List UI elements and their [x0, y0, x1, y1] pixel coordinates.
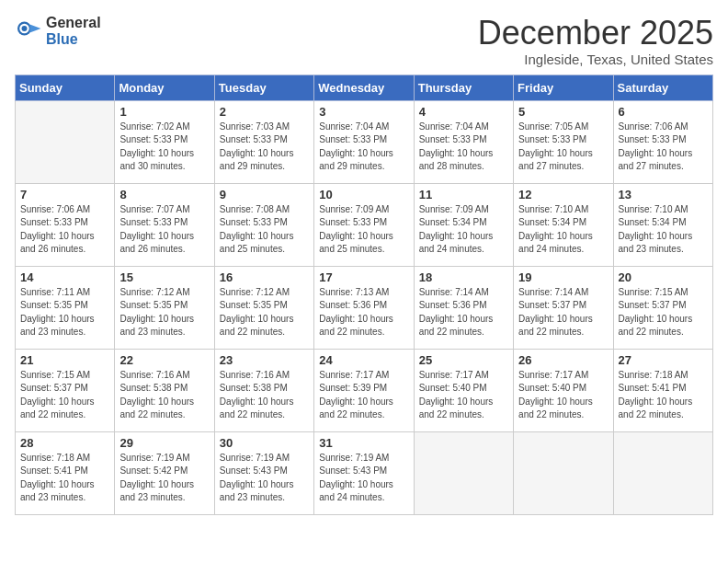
calendar-cell: 12Sunrise: 7:10 AM Sunset: 5:34 PM Dayli… — [514, 183, 613, 266]
calendar-cell: 30Sunrise: 7:19 AM Sunset: 5:43 PM Dayli… — [214, 431, 313, 514]
calendar-cell: 8Sunrise: 7:07 AM Sunset: 5:33 PM Daylig… — [115, 183, 214, 266]
title-block: December 2025 Ingleside, Texas, United S… — [478, 15, 713, 67]
day-info: Sunrise: 7:11 AM Sunset: 5:35 PM Dayligh… — [20, 286, 109, 339]
day-info: Sunrise: 7:18 AM Sunset: 5:41 PM Dayligh… — [20, 452, 109, 505]
calendar-cell: 28Sunrise: 7:18 AM Sunset: 5:41 PM Dayli… — [16, 431, 115, 514]
day-info: Sunrise: 7:04 AM Sunset: 5:33 PM Dayligh… — [319, 121, 408, 174]
logo-icon — [15, 17, 42, 45]
day-number: 11 — [419, 188, 508, 201]
logo-general: General — [46, 15, 101, 31]
calendar-cell: 22Sunrise: 7:16 AM Sunset: 5:38 PM Dayli… — [115, 349, 214, 431]
calendar-cell — [414, 431, 513, 514]
calendar-cell: 15Sunrise: 7:12 AM Sunset: 5:35 PM Dayli… — [115, 266, 214, 349]
day-info: Sunrise: 7:17 AM Sunset: 5:39 PM Dayligh… — [319, 369, 408, 422]
weekday-header: Friday — [514, 75, 613, 100]
day-info: Sunrise: 7:10 AM Sunset: 5:34 PM Dayligh… — [619, 203, 708, 257]
day-number: 27 — [619, 353, 708, 367]
day-info: Sunrise: 7:19 AM Sunset: 5:43 PM Dayligh… — [319, 452, 408, 505]
day-info: Sunrise: 7:16 AM Sunset: 5:38 PM Dayligh… — [119, 369, 209, 422]
calendar-cell: 1Sunrise: 7:02 AM Sunset: 5:33 PM Daylig… — [115, 100, 214, 183]
day-info: Sunrise: 7:12 AM Sunset: 5:35 PM Dayligh… — [220, 286, 309, 339]
day-info: Sunrise: 7:19 AM Sunset: 5:43 PM Dayligh… — [220, 452, 309, 505]
calendar-cell: 27Sunrise: 7:18 AM Sunset: 5:41 PM Dayli… — [613, 349, 712, 431]
weekday-header: Wednesday — [314, 75, 414, 100]
day-info: Sunrise: 7:06 AM Sunset: 5:33 PM Dayligh… — [20, 203, 109, 257]
month-title: December 2025 — [478, 15, 713, 52]
calendar-week-row: 14Sunrise: 7:11 AM Sunset: 5:35 PM Dayli… — [16, 266, 713, 349]
day-number: 6 — [619, 105, 708, 119]
day-info: Sunrise: 7:13 AM Sunset: 5:36 PM Dayligh… — [319, 286, 408, 339]
calendar-cell — [514, 431, 613, 514]
calendar-cell: 7Sunrise: 7:06 AM Sunset: 5:33 PM Daylig… — [16, 183, 115, 266]
day-number: 15 — [119, 270, 209, 284]
day-number: 23 — [220, 353, 309, 367]
weekday-header: Tuesday — [214, 75, 313, 100]
calendar-cell: 6Sunrise: 7:06 AM Sunset: 5:33 PM Daylig… — [613, 100, 712, 183]
calendar-cell: 23Sunrise: 7:16 AM Sunset: 5:38 PM Dayli… — [214, 349, 313, 431]
day-number: 4 — [419, 105, 508, 119]
day-info: Sunrise: 7:17 AM Sunset: 5:40 PM Dayligh… — [518, 369, 608, 422]
calendar-table: SundayMondayTuesdayWednesdayThursdayFrid… — [15, 75, 713, 515]
calendar-week-row: 21Sunrise: 7:15 AM Sunset: 5:37 PM Dayli… — [16, 349, 713, 431]
day-info: Sunrise: 7:18 AM Sunset: 5:41 PM Dayligh… — [619, 369, 708, 422]
day-number: 20 — [619, 270, 708, 284]
day-number: 13 — [619, 188, 708, 201]
calendar-cell: 5Sunrise: 7:05 AM Sunset: 5:33 PM Daylig… — [514, 100, 613, 183]
day-info: Sunrise: 7:12 AM Sunset: 5:35 PM Dayligh… — [119, 286, 209, 339]
svg-point-2 — [22, 26, 28, 31]
day-number: 17 — [319, 270, 408, 284]
calendar-cell: 26Sunrise: 7:17 AM Sunset: 5:40 PM Dayli… — [514, 349, 613, 431]
day-info: Sunrise: 7:02 AM Sunset: 5:33 PM Dayligh… — [119, 121, 209, 174]
day-info: Sunrise: 7:08 AM Sunset: 5:33 PM Dayligh… — [220, 203, 309, 257]
calendar-week-row: 28Sunrise: 7:18 AM Sunset: 5:41 PM Dayli… — [16, 431, 713, 514]
day-number: 28 — [20, 436, 109, 450]
day-info: Sunrise: 7:17 AM Sunset: 5:40 PM Dayligh… — [419, 369, 508, 422]
calendar-cell: 10Sunrise: 7:09 AM Sunset: 5:33 PM Dayli… — [314, 183, 414, 266]
location-subtitle: Ingleside, Texas, United States — [478, 52, 713, 67]
day-number: 7 — [20, 188, 109, 201]
day-number: 19 — [518, 270, 608, 284]
calendar-cell: 20Sunrise: 7:15 AM Sunset: 5:37 PM Dayli… — [613, 266, 712, 349]
calendar-cell: 14Sunrise: 7:11 AM Sunset: 5:35 PM Dayli… — [16, 266, 115, 349]
day-info: Sunrise: 7:19 AM Sunset: 5:42 PM Dayligh… — [119, 452, 209, 505]
day-info: Sunrise: 7:09 AM Sunset: 5:33 PM Dayligh… — [319, 203, 408, 257]
day-info: Sunrise: 7:10 AM Sunset: 5:34 PM Dayligh… — [518, 203, 608, 257]
calendar-cell: 18Sunrise: 7:14 AM Sunset: 5:36 PM Dayli… — [414, 266, 513, 349]
day-info: Sunrise: 7:09 AM Sunset: 5:34 PM Dayligh… — [419, 203, 508, 257]
day-number: 14 — [20, 270, 109, 284]
day-info: Sunrise: 7:04 AM Sunset: 5:33 PM Dayligh… — [419, 121, 508, 174]
day-info: Sunrise: 7:03 AM Sunset: 5:33 PM Dayligh… — [220, 121, 309, 174]
calendar-cell — [16, 100, 115, 183]
calendar-week-row: 1Sunrise: 7:02 AM Sunset: 5:33 PM Daylig… — [16, 100, 713, 183]
day-number: 9 — [220, 188, 309, 201]
day-number: 30 — [220, 436, 309, 450]
calendar-cell: 13Sunrise: 7:10 AM Sunset: 5:34 PM Dayli… — [613, 183, 712, 266]
day-info: Sunrise: 7:05 AM Sunset: 5:33 PM Dayligh… — [518, 121, 608, 174]
weekday-header: Saturday — [613, 75, 712, 100]
day-number: 2 — [220, 105, 309, 119]
page-header: General Blue December 2025 Ingleside, Te… — [15, 15, 713, 67]
day-info: Sunrise: 7:06 AM Sunset: 5:33 PM Dayligh… — [619, 121, 708, 174]
logo: General Blue — [15, 15, 101, 47]
calendar-cell: 19Sunrise: 7:14 AM Sunset: 5:37 PM Dayli… — [514, 266, 613, 349]
weekday-header-row: SundayMondayTuesdayWednesdayThursdayFrid… — [16, 75, 713, 100]
calendar-cell: 9Sunrise: 7:08 AM Sunset: 5:33 PM Daylig… — [214, 183, 313, 266]
day-info: Sunrise: 7:15 AM Sunset: 5:37 PM Dayligh… — [619, 286, 708, 339]
day-number: 10 — [319, 188, 408, 201]
day-number: 12 — [518, 188, 608, 201]
calendar-cell: 24Sunrise: 7:17 AM Sunset: 5:39 PM Dayli… — [314, 349, 414, 431]
calendar-cell — [613, 431, 712, 514]
calendar-week-row: 7Sunrise: 7:06 AM Sunset: 5:33 PM Daylig… — [16, 183, 713, 266]
day-number: 29 — [119, 436, 209, 450]
day-number: 24 — [319, 353, 408, 367]
day-info: Sunrise: 7:16 AM Sunset: 5:38 PM Dayligh… — [220, 369, 309, 422]
day-info: Sunrise: 7:14 AM Sunset: 5:36 PM Dayligh… — [419, 286, 508, 339]
day-number: 5 — [518, 105, 608, 119]
day-number: 8 — [119, 188, 209, 201]
day-number: 25 — [419, 353, 508, 367]
calendar-cell: 4Sunrise: 7:04 AM Sunset: 5:33 PM Daylig… — [414, 100, 513, 183]
calendar-cell: 16Sunrise: 7:12 AM Sunset: 5:35 PM Dayli… — [214, 266, 313, 349]
day-number: 31 — [319, 436, 408, 450]
day-info: Sunrise: 7:14 AM Sunset: 5:37 PM Dayligh… — [518, 286, 608, 339]
day-info: Sunrise: 7:07 AM Sunset: 5:33 PM Dayligh… — [119, 203, 209, 257]
